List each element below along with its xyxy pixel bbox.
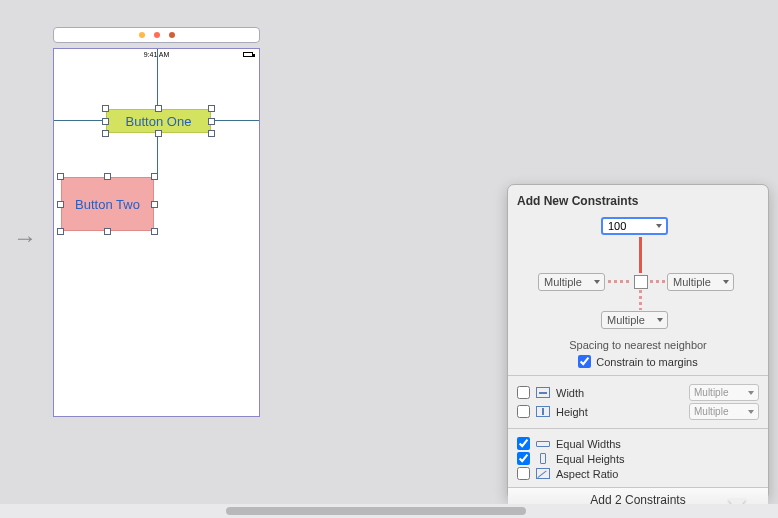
pin-bottom-value: Multiple <box>607 314 645 326</box>
window-close-icon[interactable] <box>139 32 145 38</box>
popover-title: Add New Constraints <box>517 194 759 208</box>
height-label: Height <box>556 406 588 418</box>
pin-center-box <box>634 275 648 289</box>
horizontal-scrollbar[interactable] <box>0 504 778 518</box>
entry-arrow-icon: → <box>13 224 37 252</box>
scrollbar-thumb[interactable] <box>226 507 526 515</box>
button-two-label: Button Two <box>75 197 140 212</box>
width-value: Multiple <box>694 387 728 398</box>
equal-widths-checkbox[interactable] <box>517 437 530 450</box>
aspect-ratio-checkbox[interactable] <box>517 467 530 480</box>
height-value-combo[interactable]: Multiple <box>689 403 759 420</box>
button-one[interactable]: Button One <box>106 109 211 133</box>
window-zoom-icon[interactable] <box>169 32 175 38</box>
equal-heights-checkbox[interactable] <box>517 452 530 465</box>
divider <box>508 375 768 376</box>
pin-left-value: Multiple <box>544 276 582 288</box>
chevron-down-icon <box>748 391 754 395</box>
pin-right-value: Multiple <box>673 276 711 288</box>
width-checkbox[interactable] <box>517 386 530 399</box>
window-minimize-icon[interactable] <box>154 32 160 38</box>
pin-bottom-input[interactable]: Multiple <box>601 311 668 329</box>
ib-canvas[interactable]: 9:41 AM Button One Button Two <box>53 48 260 417</box>
chevron-down-icon <box>723 280 729 284</box>
width-label: Width <box>556 387 584 399</box>
equal-heights-icon <box>536 453 550 464</box>
equal-widths-label: Equal Widths <box>556 438 621 450</box>
height-value: Multiple <box>694 406 728 417</box>
button-one-label: Button One <box>126 114 192 129</box>
pin-cluster: 100 Multiple Multiple Multiple <box>517 217 759 339</box>
pin-top-input[interactable]: 100 <box>601 217 668 235</box>
pin-right-strut[interactable] <box>650 280 665 283</box>
pin-top-value: 100 <box>608 220 626 232</box>
pin-left-strut[interactable] <box>608 280 632 283</box>
chevron-down-icon <box>657 318 663 322</box>
height-checkbox[interactable] <box>517 405 530 418</box>
height-icon <box>536 406 550 417</box>
constrain-margins-checkbox[interactable] <box>578 355 591 368</box>
pin-left-input[interactable]: Multiple <box>538 273 605 291</box>
battery-icon <box>243 52 253 57</box>
constrain-margins-label: Constrain to margins <box>596 356 698 368</box>
pin-top-strut[interactable] <box>639 237 642 273</box>
chevron-down-icon <box>656 224 662 228</box>
divider <box>508 428 768 429</box>
equal-widths-icon <box>536 438 550 449</box>
button-two[interactable]: Button Two <box>61 177 154 231</box>
chevron-down-icon <box>748 410 754 414</box>
width-icon <box>536 387 550 398</box>
width-value-combo[interactable]: Multiple <box>689 384 759 401</box>
spacing-caption: Spacing to nearest neighbor <box>517 339 759 351</box>
pin-right-input[interactable]: Multiple <box>667 273 734 291</box>
chevron-down-icon <box>594 280 600 284</box>
equal-heights-label: Equal Heights <box>556 453 625 465</box>
device-titlebar <box>53 27 260 43</box>
pin-constraints-popover: Add New Constraints 100 Multiple Multipl… <box>507 184 769 500</box>
aspect-ratio-icon <box>536 468 550 479</box>
pin-bottom-strut[interactable] <box>639 290 642 310</box>
aspect-ratio-label: Aspect Ratio <box>556 468 618 480</box>
